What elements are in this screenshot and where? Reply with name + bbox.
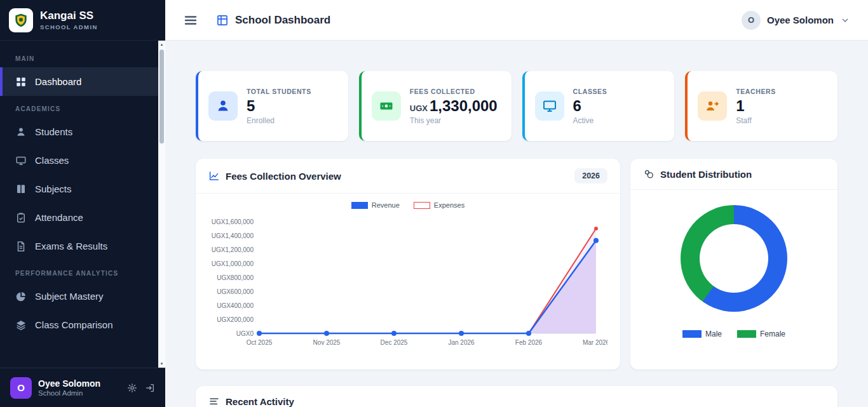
distribution-panel-title: Student Distribution xyxy=(660,169,752,180)
legend-item-male[interactable]: Male xyxy=(682,330,722,338)
year-badge: 2026 xyxy=(574,168,607,183)
sidebar-nav: MAIN Dashboard ACADEMICS Students Classe… xyxy=(0,41,165,368)
svg-text:Jan 2026: Jan 2026 xyxy=(448,339,475,346)
topbar-user-avatar: O xyxy=(742,11,761,30)
sidebar-item-dashboard[interactable]: Dashboard xyxy=(0,67,165,96)
stat-label: CLASSES xyxy=(573,88,607,95)
sidebar-item-subject-mastery[interactable]: Subject Mastery xyxy=(0,282,165,310)
school-logo-icon xyxy=(9,8,33,32)
dashboard-icon xyxy=(15,76,27,88)
revenue-swatch xyxy=(351,202,368,209)
topbar: School Dashboard O Oyee Solomon xyxy=(165,0,868,41)
sidebar-item-label: Class Comparison xyxy=(35,319,113,330)
fees-panel-header: Fees Collection Overview 2026 xyxy=(196,159,620,194)
charts-row: Fees Collection Overview 2026 Revenue Ex… xyxy=(196,159,837,370)
distribution-chart-body: Male Female xyxy=(630,190,837,338)
sidebar-user-avatar: O xyxy=(10,377,32,399)
svg-text:UGX0: UGX0 xyxy=(236,330,254,337)
sidebar-user-role: School Admin xyxy=(38,389,100,397)
nav-section-performance: PERFORMANCE ANALYTICS xyxy=(0,260,165,282)
svg-text:UGX1,000,000: UGX1,000,000 xyxy=(212,260,254,267)
fees-line-chart: UGX1,600,000UGX1,400,000UGX1,200,000UGX1… xyxy=(203,211,607,354)
stat-value: 1 xyxy=(736,97,776,115)
distribution-icon xyxy=(643,168,654,180)
stat-sub: Active xyxy=(573,116,607,125)
svg-text:Nov 2025: Nov 2025 xyxy=(313,339,341,346)
sidebar-item-exams[interactable]: Exams & Results xyxy=(0,232,165,260)
legend-label: Revenue xyxy=(372,201,400,209)
chevron-down-icon xyxy=(840,15,850,25)
sidebar-item-subjects[interactable]: Subjects xyxy=(0,175,165,203)
stat-label: TOTAL STUDENTS xyxy=(247,88,311,95)
brand-title: Kangai SS xyxy=(40,10,98,22)
teacher-icon xyxy=(698,91,727,121)
stat-sub: Staff xyxy=(736,116,776,125)
stats-row: TOTAL STUDENTS 5 Enrolled FEES COLLECTED… xyxy=(196,71,837,141)
hamburger-menu-icon[interactable] xyxy=(183,13,198,28)
legend-label: Male xyxy=(705,330,722,338)
fees-panel-title: Fees Collection Overview xyxy=(226,171,341,182)
logout-icon[interactable] xyxy=(145,383,155,393)
sidebar-item-class-comparison[interactable]: Class Comparison xyxy=(0,310,165,339)
attendance-icon xyxy=(15,212,27,224)
sidebar-user-name: Oyee Solomon xyxy=(38,378,100,390)
stat-label: FEES COLLECTED xyxy=(410,88,498,95)
svg-text:UGX200,000: UGX200,000 xyxy=(217,316,254,323)
svg-text:Mar 2026: Mar 2026 xyxy=(583,339,607,346)
scroll-up-arrow[interactable]: ▲ xyxy=(160,41,164,48)
app-root: Kangai SS SCHOOL ADMIN MAIN Dashboard AC… xyxy=(0,0,868,407)
svg-text:Dec 2025: Dec 2025 xyxy=(381,339,408,346)
main-content: TOTAL STUDENTS 5 Enrolled FEES COLLECTED… xyxy=(165,41,868,407)
svg-text:UGX1,400,000: UGX1,400,000 xyxy=(212,232,254,239)
legend-item-revenue[interactable]: Revenue xyxy=(351,201,400,209)
fees-chart-legend: Revenue Expenses xyxy=(203,201,613,209)
topbar-user-menu[interactable]: O Oyee Solomon xyxy=(742,11,850,30)
svg-text:UGX1,600,000: UGX1,600,000 xyxy=(212,218,254,225)
sidebar-item-label: Exams & Results xyxy=(35,241,107,251)
stat-amount: 1,330,000 xyxy=(430,97,498,114)
stat-value: 5 xyxy=(247,97,311,115)
sidebar-item-label: Subject Mastery xyxy=(35,291,104,302)
pie-chart-icon xyxy=(15,291,27,302)
stat-card-teachers: TEACHERS 1 Staff xyxy=(685,71,837,141)
subjects-icon xyxy=(15,183,27,195)
scrollbar-thumb[interactable] xyxy=(159,50,164,143)
sidebar: Kangai SS SCHOOL ADMIN MAIN Dashboard AC… xyxy=(0,0,165,407)
recent-panel-header: Recent Activity xyxy=(196,386,837,407)
svg-text:UGX400,000: UGX400,000 xyxy=(217,302,254,309)
female-swatch xyxy=(737,330,756,338)
expenses-swatch xyxy=(414,202,430,209)
fees-collection-panel: Fees Collection Overview 2026 Revenue Ex… xyxy=(196,159,620,370)
layers-icon xyxy=(15,319,27,331)
stat-label: TEACHERS xyxy=(736,88,776,95)
legend-item-female[interactable]: Female xyxy=(737,330,785,338)
student-icon xyxy=(208,91,238,121)
sidebar-item-label: Dashboard xyxy=(35,76,81,87)
nav-section-academics: ACADEMICS xyxy=(0,96,165,117)
topbar-user-name: Oyee Solomon xyxy=(767,15,834,25)
sidebar-item-label: Subjects xyxy=(35,183,72,194)
sidebar-scrollbar[interactable]: ▲ ▼ xyxy=(158,41,165,368)
svg-text:Oct 2025: Oct 2025 xyxy=(247,339,273,346)
stat-value: 6 xyxy=(573,97,607,115)
svg-text:UGX800,000: UGX800,000 xyxy=(217,274,254,281)
legend-item-expenses[interactable]: Expenses xyxy=(414,201,465,209)
svg-text:UGX600,000: UGX600,000 xyxy=(217,288,254,295)
line-chart-icon xyxy=(208,170,220,182)
sidebar-item-students[interactable]: Students xyxy=(0,117,165,146)
scroll-down-arrow[interactable]: ▼ xyxy=(160,360,164,368)
sidebar-item-label: Students xyxy=(35,126,72,137)
legend-label: Female xyxy=(760,330,785,338)
money-icon xyxy=(372,91,401,121)
settings-gear-icon[interactable] xyxy=(127,383,137,393)
brand-subtitle: SCHOOL ADMIN xyxy=(40,23,98,30)
sidebar-item-classes[interactable]: Classes xyxy=(0,146,165,175)
exams-icon xyxy=(15,241,27,252)
nav-section-main: MAIN xyxy=(0,46,165,67)
list-icon xyxy=(208,396,220,407)
sidebar-user-footer: O Oyee Solomon School Admin xyxy=(0,368,165,407)
legend-label: Expenses xyxy=(434,201,465,209)
student-distribution-panel: Student Distribution Male Female xyxy=(630,159,837,370)
sidebar-brand: Kangai SS SCHOOL ADMIN xyxy=(0,0,165,41)
sidebar-item-attendance[interactable]: Attendance xyxy=(0,203,165,232)
